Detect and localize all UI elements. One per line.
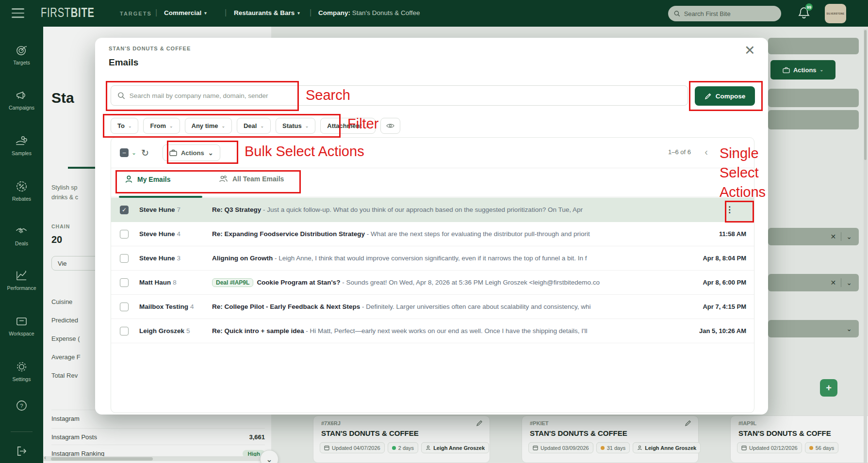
email-row[interactable]: Leigh Groszek5 Re: Quick intro + sample … <box>111 319 754 343</box>
nav-restaurants-dropdown[interactable]: Restaurants & Bars▾ <box>234 9 300 16</box>
chevron-down-icon: ⌄ <box>260 124 264 128</box>
filter-deal[interactable]: Deal⌄ <box>237 118 271 134</box>
percent-badge-icon <box>15 180 28 193</box>
user-avatar[interactable]: SILVERSTONE <box>825 4 846 23</box>
thread-count: 5 <box>186 327 190 335</box>
annotation-label-bulk-actions: Bulk Select Actions <box>245 144 364 160</box>
tab-all-team-emails[interactable]: All Team Emails <box>219 175 284 183</box>
sidebar-item-rebates[interactable]: Rebates <box>0 180 43 202</box>
search-icon <box>674 10 680 17</box>
annotation-label-filter: Filter <box>347 116 378 132</box>
sidebar-divider <box>11 431 33 432</box>
separator: | <box>310 8 311 17</box>
handshake-icon <box>15 224 29 238</box>
filter-anytime[interactable]: Any time⌄ <box>185 118 232 134</box>
nav-commercial-dropdown[interactable]: Commercial▾ <box>164 9 207 16</box>
sidebar-nav: Targets Campaigns Samples Rebates Deals … <box>0 27 43 463</box>
sidebar-item-deals[interactable]: Deals <box>0 224 43 246</box>
bulk-actions-button[interactable]: Actions ⌄ <box>163 144 220 161</box>
tab-my-emails[interactable]: My Emails <box>125 175 170 183</box>
firstbite-logo: FIRSTBITE <box>41 5 95 20</box>
email-row[interactable]: Steve Hune4 Re: Expanding Foodservice Di… <box>111 222 754 246</box>
annotation-label-single-select: Single Select Actions <box>720 144 766 202</box>
email-sender: Mailbox Testing <box>139 303 188 310</box>
email-sender: Steve Hune <box>139 230 175 238</box>
row-checkbox-checked[interactable]: ✓ <box>120 206 129 214</box>
gear-icon <box>15 360 28 373</box>
select-menu-chevron-icon[interactable]: ⌄ <box>131 149 136 156</box>
bulk-action-row: – ⌄ ↺ Actions ⌄ 1–6 of 6 ‹ › <box>111 138 754 168</box>
chevron-down-icon: ⌄ <box>208 149 213 157</box>
row-checkbox[interactable] <box>120 230 129 239</box>
filter-status[interactable]: Status⌄ <box>276 118 315 134</box>
email-row[interactable]: ✓ Steve Hune7 Re: Q3 Strategy - Just a q… <box>111 198 754 222</box>
visibility-toggle[interactable] <box>380 118 400 134</box>
mail-search[interactable] <box>111 85 688 106</box>
section-label: TARGETS <box>120 11 152 16</box>
notification-count-badge: 99 <box>805 3 813 11</box>
top-navigation-bar: FIRSTBITE TARGETS | Commercial▾ | Restau… <box>0 0 868 27</box>
row-checkbox[interactable] <box>120 327 129 335</box>
emails-modal: STAN'S DONUTS & COFFEE Emails ✕ Compose … <box>95 38 768 415</box>
email-time: Jan 5, 10:26 AM <box>689 327 746 335</box>
search-icon <box>117 92 125 99</box>
email-sender: Steve Hune <box>139 255 175 262</box>
sidebar-item-settings[interactable]: Settings <box>0 360 43 382</box>
indeterminate-icon: – <box>123 149 126 156</box>
email-row[interactable]: Steve Hune3 Aligning on Growth - Leigh A… <box>111 246 754 271</box>
email-row[interactable]: Matt Haun8 Deal #IAP9LCookie Program at … <box>111 271 754 295</box>
filter-from[interactable]: From⌄ <box>143 118 180 134</box>
email-sender: Steve Hune <box>139 206 175 213</box>
email-time: 11:58 AM <box>689 230 746 238</box>
global-search-input[interactable] <box>684 10 775 17</box>
pagination-label: 1–6 of 6 <box>668 148 691 156</box>
select-all-checkbox[interactable]: – <box>120 148 129 157</box>
separator: | <box>225 8 227 17</box>
thread-count: 8 <box>173 279 177 286</box>
mail-search-input[interactable] <box>130 92 681 99</box>
email-time: Apr 8, 8:04 PM <box>689 255 746 262</box>
chevron-down-icon: ⌄ <box>305 124 309 128</box>
sidebar-item-performance[interactable]: Performance <box>0 269 43 291</box>
person-icon <box>125 175 133 183</box>
help-button[interactable]: ? <box>0 399 43 412</box>
compose-button[interactable]: Compose <box>695 86 755 106</box>
annotation-label-search: Search <box>306 87 350 103</box>
sidebar-item-workspace[interactable]: Workspace <box>0 315 43 336</box>
row-checkbox[interactable] <box>120 278 129 287</box>
modal-title: Emails <box>109 57 138 68</box>
company-breadcrumb: Company: Stan's Donuts & Coffee <box>318 9 420 16</box>
global-search[interactable] <box>668 6 781 21</box>
row-checkbox[interactable] <box>120 254 129 263</box>
email-subject: Deal #IAP9LCookie Program at Stan's? - S… <box>212 278 684 287</box>
sidebar-item-targets[interactable]: Targets <box>0 44 43 65</box>
eye-icon <box>386 123 394 129</box>
row-kebab-menu-icon[interactable]: ⋮ <box>725 205 734 215</box>
logout-icon <box>15 445 28 458</box>
close-icon[interactable]: ✕ <box>742 41 757 60</box>
briefcase-icon <box>169 149 177 156</box>
hamburger-menu-icon[interactable] <box>12 8 24 18</box>
email-row[interactable]: Mailbox Testing4 Re: College Pilot - Ear… <box>111 295 754 319</box>
logout-button[interactable] <box>0 445 43 458</box>
email-subject: Re: Q3 Strategy - Just a quick follow-up… <box>212 206 684 213</box>
sidebar-item-campaigns[interactable]: Campaigns <box>0 89 43 111</box>
thread-count: 4 <box>177 230 181 238</box>
modal-company-label: STAN'S DONUTS & COFFEE <box>109 46 191 51</box>
thread-count: 7 <box>177 206 181 213</box>
chevron-down-icon: ⌄ <box>221 124 225 128</box>
refresh-icon[interactable]: ↺ <box>141 147 149 159</box>
mailbox-tabs: My Emails All Team Emails <box>111 168 754 197</box>
row-checkbox[interactable] <box>120 303 129 311</box>
sidebar-item-samples[interactable]: Samples <box>0 134 43 156</box>
email-time: Apr 7, 4:15 PM <box>689 303 746 310</box>
email-list-panel: – ⌄ ↺ Actions ⌄ 1–6 of 6 ‹ › My Emails <box>111 137 754 413</box>
filter-to[interactable]: To⌄ <box>111 118 138 134</box>
chevron-down-icon: ⌄ <box>128 124 132 128</box>
page-prev-icon[interactable]: ‹ <box>704 146 708 158</box>
storage-box-icon <box>15 315 28 328</box>
people-icon <box>219 175 228 183</box>
question-circle-icon: ? <box>15 399 28 412</box>
email-time: Apr 8, 6:00 PM <box>689 279 746 286</box>
caret-down-icon: ▾ <box>297 11 300 16</box>
